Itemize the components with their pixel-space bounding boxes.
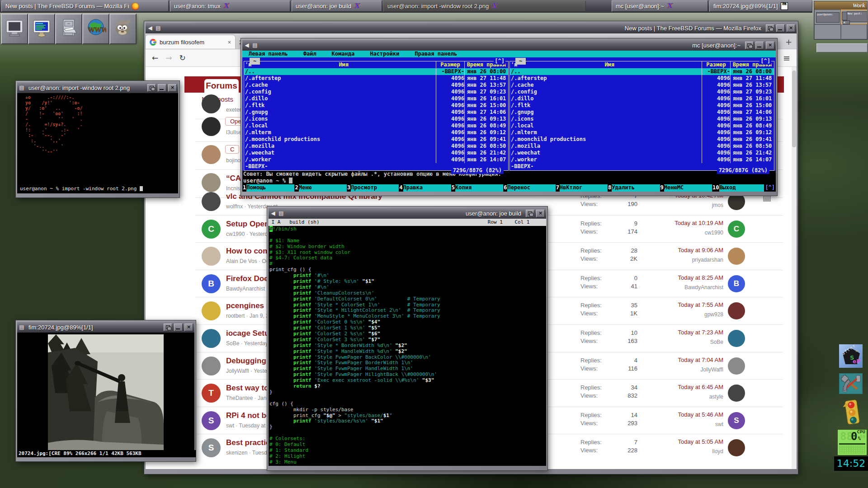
- thread-title[interactable]: Best way to: [226, 384, 269, 393]
- xterm-titlebar[interactable]: ▤ user@anon: import -window root 2.png ×: [17, 82, 178, 93]
- mc-file-row[interactable]: /..-ВВЕРХ-янв 26 08:00: [510, 68, 774, 75]
- last-poster-avatar[interactable]: [728, 357, 745, 375]
- mc-history-icon[interactable]: [^]: [494, 58, 505, 65]
- mc-menu-item[interactable]: Правая панель: [415, 51, 457, 57]
- mc-menu-item[interactable]: Файл: [303, 51, 316, 57]
- thread-title[interactable]: iocage Setu: [226, 329, 269, 338]
- mc-menu-item[interactable]: Настройки: [370, 51, 399, 57]
- launcher-www-button[interactable]: WWW: [82, 14, 109, 44]
- thread-title[interactable]: Firefox Does: [226, 274, 273, 283]
- mc-fkey-10[interactable]: 10Выход: [712, 184, 764, 192]
- thread-avatar[interactable]: [202, 145, 221, 164]
- thread-avatar[interactable]: [202, 247, 221, 266]
- thread-avatar[interactable]: [202, 357, 221, 375]
- mc-fkey-1[interactable]: 1Помощь: [242, 184, 294, 192]
- shell-prompt[interactable]: user@anon ~ % import -window root 2.png: [20, 186, 143, 192]
- mc-current-dir[interactable]: ~: [515, 58, 526, 65]
- mc-titlebar[interactable]: ◀ ▤ mc [user@anon]:~ ×: [242, 40, 776, 51]
- minimize-button[interactable]: [776, 24, 785, 32]
- back-icon[interactable]: ←: [152, 53, 158, 62]
- close-button[interactable]: ×: [536, 210, 545, 217]
- taskbar-button-xterm[interactable]: mc [user@anon]:~X: [612, 0, 708, 12]
- close-button[interactable]: ×: [766, 42, 774, 49]
- afterstep-icon[interactable]: a f t e r S eP r: [839, 344, 863, 370]
- thread-last-poster[interactable]: lloyd: [643, 448, 723, 455]
- mc-file-row[interactable]: /.gnupg4096янв 27 14:06: [510, 109, 774, 116]
- thread-avatar[interactable]: [202, 329, 221, 348]
- mc-file-row[interactable]: /.moonchild productions4096янв 26 09:41: [244, 136, 508, 143]
- firefox-titlebar[interactable]: ◀ ▤ New posts | The FreeBSD Forums — Moz…: [146, 23, 797, 33]
- taskbar-button-fim[interactable]: fim:20724.jpg@89%[1/1]F​M: [709, 0, 812, 12]
- maximize-button[interactable]: [526, 210, 534, 217]
- thread-last-post-date[interactable]: Today at 6:45 AM: [643, 384, 723, 390]
- mc-file-row[interactable]: /.local4096янв 26 08:49: [510, 122, 774, 129]
- cpu-monitor-dockapp[interactable]: 88 0 % CPU 88: [837, 429, 867, 455]
- scrollbar-thumb[interactable]: [792, 70, 796, 147]
- mc-file-row[interactable]: /.icons4096янв 26 09:13: [244, 116, 508, 122]
- thread-avatar[interactable]: B: [202, 274, 221, 293]
- tab-close-icon[interactable]: ×: [227, 39, 231, 46]
- window-menu-icon[interactable]: ▤: [252, 42, 258, 48]
- mc-file-row[interactable]: /.worker4096янв 26 14:07: [244, 156, 508, 163]
- thread-last-poster[interactable]: swt: [643, 421, 723, 427]
- mc-history-icon[interactable]: [^]: [760, 58, 771, 65]
- thread-last-poster[interactable]: cw1990: [643, 230, 723, 236]
- thread-last-post-date[interactable]: Today at 7:23 AM: [643, 329, 723, 336]
- window-menu-icon[interactable]: ▤: [155, 25, 161, 31]
- mc-file-row[interactable]: /.config4096янв 27 09:23: [244, 89, 508, 95]
- thread-avatar[interactable]: S: [202, 438, 221, 457]
- mc-file-row[interactable]: /.cache4096янв 26 13:57: [510, 82, 774, 89]
- mc-file-row[interactable]: /.fltk4096янв 26 15:00: [510, 102, 774, 109]
- mc-file-row[interactable]: /.dillo4096янв 26 16:01: [510, 95, 774, 102]
- mc-file-row[interactable]: /.weechat4096янв 26 21:42: [510, 150, 774, 156]
- thread-title[interactable]: Debugging: [226, 357, 266, 366]
- thread-last-post-date[interactable]: Today at 9:06 AM: [643, 247, 723, 253]
- mc-file-row[interactable]: /.icons4096янв 26 09:13: [510, 116, 774, 122]
- close-button[interactable]: ×: [184, 324, 193, 331]
- mc-file-row[interactable]: /.config4096янв 27 09:23: [510, 89, 774, 95]
- thread-last-poster[interactable]: BawdyAnarchist: [643, 284, 723, 291]
- close-button[interactable]: ×: [168, 84, 177, 92]
- pager-cell-4[interactable]: [841, 24, 868, 39]
- thread-last-post-date[interactable]: Today at 10:19 AM: [643, 220, 723, 226]
- mc-fkey-3[interactable]: 3Просмотр: [347, 184, 399, 192]
- mc-file-row[interactable]: /..-ВВЕРХ-янв 26 08:00: [244, 68, 508, 75]
- mc-file-row[interactable]: /.moonchild productions4096янв 26 09:41: [510, 136, 774, 143]
- mc-file-row[interactable]: /.gnupg4096янв 27 14:06: [244, 109, 508, 116]
- launcher-gimp-button[interactable]: [109, 14, 137, 44]
- thread-avatar[interactable]: C: [202, 220, 221, 239]
- thread-last-post-date[interactable]: Today at 5:46 AM: [643, 411, 723, 418]
- mc-file-row[interactable]: /.mozilla4096янв 26 08:50: [510, 143, 774, 150]
- last-poster-avatar[interactable]: S: [728, 412, 745, 429]
- menu-hamburger-icon[interactable]: ≡: [783, 53, 790, 63]
- maximize-button[interactable]: [147, 84, 156, 92]
- new-tab-button[interactable]: +: [785, 38, 792, 46]
- thread-last-post-date[interactable]: Today at 5:05 AM: [643, 438, 723, 445]
- last-poster-avatar[interactable]: [728, 385, 745, 402]
- pager-cell-1[interactable]: user@anon:: [814, 9, 841, 24]
- mc-menu-item[interactable]: Левая панель: [249, 51, 288, 57]
- mc-file-row[interactable]: /.mozilla4096янв 26 08:50: [244, 143, 508, 150]
- minimize-button[interactable]: [158, 84, 166, 92]
- minimize-button[interactable]: [174, 324, 183, 331]
- joe-titlebar[interactable]: ◀ ▤ user@anon: joe build ×: [269, 208, 546, 219]
- thread-last-poster[interactable]: astyle: [643, 394, 723, 400]
- thread-last-poster[interactable]: priyadarshan: [643, 257, 723, 263]
- mc-menu-item[interactable]: Команда: [332, 51, 355, 57]
- thread-last-poster[interactable]: gpw928: [643, 311, 723, 318]
- pager-mini-window[interactable]: #:: [843, 20, 850, 24]
- launcher-xterm-button[interactable]: [1, 14, 28, 44]
- taskbar-button-xterm[interactable]: user@anon: tmuxX: [170, 0, 290, 12]
- fim-titlebar[interactable]: ▤ fim:20724.jpg@89%[1/1] ×: [17, 322, 194, 333]
- mc-fkey-5[interactable]: 5Копия: [451, 184, 503, 192]
- thread-last-post-date[interactable]: Today at 8:25 AM: [643, 274, 723, 281]
- maximize-button[interactable]: [164, 324, 172, 331]
- window-menu-icon[interactable]: ▤: [19, 84, 25, 91]
- thread-last-post-date[interactable]: Today at 7:55 AM: [643, 301, 723, 308]
- last-poster-avatar[interactable]: [728, 248, 745, 265]
- pager-cell-3[interactable]: [814, 24, 841, 39]
- taskbar-button-firefox[interactable]: New posts | The FreeBSD Forums — Mozilla…: [1, 0, 169, 12]
- mc-file-row[interactable]: /.worker4096янв 26 14:07: [510, 156, 774, 163]
- thread-title[interactable]: Best practic: [226, 438, 270, 447]
- mc-fkey-2[interactable]: 2Меню: [294, 184, 346, 192]
